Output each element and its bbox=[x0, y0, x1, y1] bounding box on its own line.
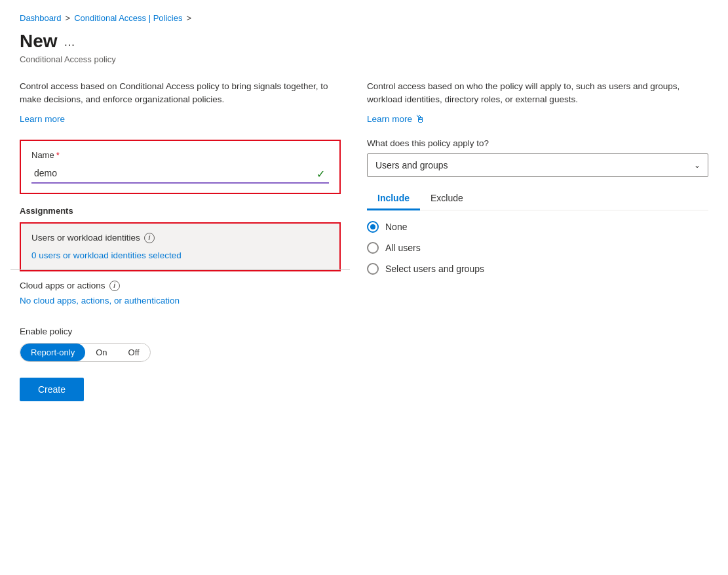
name-input[interactable] bbox=[31, 164, 329, 184]
radio-all-users-label: All users bbox=[385, 243, 421, 253]
dropdown-wrapper: Users and groups ⌄ bbox=[367, 153, 708, 177]
include-exclude-tabs: Include Exclude bbox=[367, 188, 708, 210]
assignments-separator bbox=[10, 269, 350, 270]
right-learn-more[interactable]: Learn more 🖱 bbox=[367, 113, 425, 125]
page-title: New bbox=[20, 31, 58, 52]
assignments-box-inner: Users or workload identities i 0 users o… bbox=[21, 224, 339, 269]
radio-select-users-circle bbox=[367, 263, 379, 275]
name-section: Name * ✓ bbox=[20, 140, 341, 194]
apply-label: What does this policy apply to? bbox=[367, 138, 708, 148]
checkmark-icon: ✓ bbox=[316, 167, 325, 180]
users-workload-link[interactable]: 0 users or workload identities selected bbox=[31, 250, 182, 260]
create-button[interactable]: Create bbox=[20, 378, 84, 401]
toggle-on[interactable]: On bbox=[85, 344, 117, 361]
cloud-apps-info-icon[interactable]: i bbox=[109, 281, 120, 291]
toggle-report-only[interactable]: Report-only bbox=[20, 344, 85, 361]
cloud-apps-link[interactable]: No cloud apps, actions, or authenticatio… bbox=[20, 296, 180, 306]
tab-exclude[interactable]: Exclude bbox=[420, 188, 474, 210]
cloud-apps-label: Cloud apps or actions i bbox=[20, 281, 341, 291]
radio-group: None All users Select users and groups bbox=[367, 221, 708, 275]
radio-none[interactable]: None bbox=[367, 221, 708, 233]
assignments-box: Users or workload identities i 0 users o… bbox=[20, 222, 341, 271]
radio-select-users[interactable]: Select users and groups bbox=[367, 263, 708, 275]
breadcrumb-dashboard[interactable]: Dashboard bbox=[20, 13, 62, 23]
left-description: Control access based on Conditional Acce… bbox=[20, 80, 341, 107]
policy-toggle-row: Report-only On Off bbox=[20, 343, 341, 362]
radio-none-dot bbox=[370, 224, 375, 229]
page-subtitle: Conditional Access policy bbox=[20, 54, 708, 64]
toggle-off[interactable]: Off bbox=[118, 344, 150, 361]
page-ellipsis[interactable]: ... bbox=[64, 34, 75, 49]
users-workload-label: Users or workload identities i bbox=[31, 233, 329, 243]
radio-select-users-label: Select users and groups bbox=[385, 264, 484, 274]
radio-all-users-circle bbox=[367, 242, 379, 254]
left-learn-more[interactable]: Learn more bbox=[20, 114, 65, 124]
enable-policy-section: Enable policy Report-only On Off bbox=[20, 327, 341, 362]
main-layout: Control access based on Conditional Acce… bbox=[20, 80, 708, 401]
name-input-wrapper: ✓ bbox=[31, 164, 329, 184]
radio-none-label: None bbox=[385, 222, 407, 232]
tab-include[interactable]: Include bbox=[367, 188, 420, 210]
breadcrumb: Dashboard > Conditional Access | Policie… bbox=[20, 13, 708, 23]
right-description: Control access based on who the policy w… bbox=[367, 80, 708, 107]
breadcrumb-sep1: > bbox=[66, 13, 71, 23]
radio-all-users[interactable]: All users bbox=[367, 242, 708, 254]
radio-none-circle bbox=[367, 221, 379, 233]
page-title-row: New ... bbox=[20, 31, 708, 52]
cloud-apps-section: Cloud apps or actions i No cloud apps, a… bbox=[20, 281, 341, 308]
name-label: Name * bbox=[31, 150, 329, 160]
policy-toggle-pill: Report-only On Off bbox=[20, 343, 151, 362]
right-column: Control access based on who the policy w… bbox=[367, 80, 708, 401]
enable-policy-label: Enable policy bbox=[20, 327, 341, 336]
assignments-label: Assignments bbox=[20, 206, 341, 216]
cursor-icon: 🖱 bbox=[415, 113, 425, 125]
left-column: Control access based on Conditional Acce… bbox=[20, 80, 341, 401]
policy-applies-dropdown[interactable]: Users and groups bbox=[367, 153, 708, 177]
users-info-icon[interactable]: i bbox=[144, 233, 155, 243]
breadcrumb-sep2: > bbox=[186, 13, 191, 23]
required-star: * bbox=[56, 150, 60, 160]
breadcrumb-policies[interactable]: Conditional Access | Policies bbox=[74, 13, 182, 23]
